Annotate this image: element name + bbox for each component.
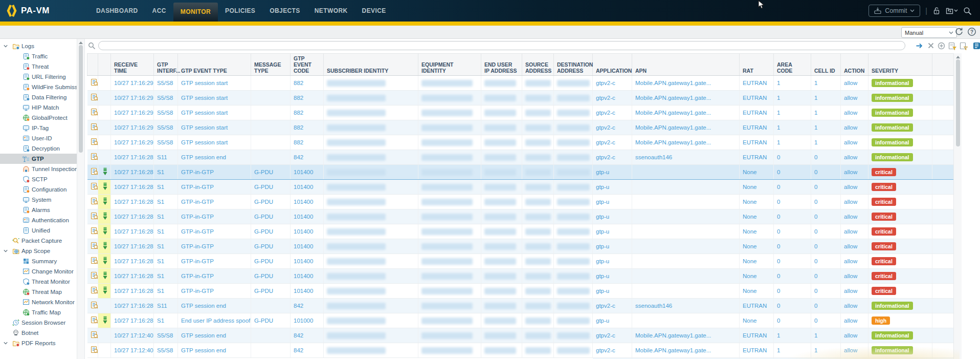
sidebar-item-pdf-reports[interactable]: PDF Reports [0,338,77,348]
log-row[interactable]: 10/27 17:16:29S5/S8GTP session start882g… [87,120,954,135]
sidebar-item-decryption[interactable]: Decryption [0,143,77,154]
sidebar-item-threat-map[interactable]: Threat Map [0,287,77,297]
pcap-cell[interactable] [98,180,111,195]
log-row[interactable]: 10/27 17:16:28S1GTP-in-GTPG-PDU101400gtp… [87,284,954,299]
detail-cell[interactable] [87,209,98,224]
sidebar-item-configuration[interactable]: Configuration [0,184,77,195]
log-detail-icon[interactable] [91,167,98,176]
sidebar-item-ip-tag[interactable]: IP-Tag [0,123,77,133]
log-row[interactable]: 10/27 17:16:28S1End user IP address spoo… [87,313,954,328]
nav-tab-dashboard[interactable]: DASHBOARD [89,0,145,22]
pcap-download-icon[interactable] [101,212,109,220]
log-row[interactable]: 10/27 17:16:28S1GTP-in-GTPG-PDU101400gtp… [87,209,954,224]
nav-tab-network[interactable]: NETWORK [307,0,355,22]
scroll-up-arrow[interactable] [79,41,83,44]
detail-cell[interactable] [87,254,98,269]
log-row[interactable]: 10/27 17:16:29S5/S8GTP session start882g… [87,135,954,150]
sidebar-item-url-filtering[interactable]: URL Filtering [0,72,77,82]
detail-cell[interactable] [87,91,98,105]
log-detail-icon[interactable] [91,93,98,101]
pcap-download-icon[interactable] [101,242,109,250]
tree-expand-icon[interactable] [3,341,8,346]
log-detail-icon[interactable] [91,78,98,87]
detail-cell[interactable] [87,150,98,165]
scroll-thumb[interactable] [79,45,83,153]
log-row[interactable]: 10/27 17:16:28S1GTP-in-GTPG-PDU101400gtp… [87,224,954,239]
sidebar-item-hip-match[interactable]: HIP Match [0,102,77,113]
log-row[interactable]: 10/27 17:12:40S5/S8GTP session end842gtp… [87,328,954,343]
sidebar-item-gtp[interactable]: GTP [0,154,77,164]
column-header-source_address[interactable]: SOURCE ADDRESS [522,54,554,76]
sidebar-item-network-monitor[interactable]: Network Monitor [0,297,77,307]
table-scrollbar[interactable] [953,53,962,359]
refresh-mode-select[interactable]: Manual [901,27,957,38]
column-header-destination_address[interactable]: DESTINATION ADDRESS [554,54,593,76]
detail-cell[interactable] [87,269,98,284]
pcap-download-icon[interactable] [101,227,109,235]
log-detail-icon[interactable] [91,242,98,250]
add-filter-icon[interactable] [938,42,945,52]
apply-filter-icon[interactable] [916,42,924,52]
scroll-thumb[interactable] [956,59,960,146]
pcap-cell[interactable] [98,269,111,284]
log-detail-icon[interactable] [91,316,98,324]
log-detail-icon[interactable] [91,212,98,220]
sidebar-item-tunnel-inspection[interactable]: Tunnel Inspection [0,164,77,174]
pcap-cell[interactable] [98,195,111,209]
column-header-equipment_identity[interactable]: EQUIPMENT IDENTITY [418,54,481,76]
tree-expand-icon[interactable] [3,248,8,254]
sidebar-item-traffic[interactable]: Traffic [0,51,77,61]
sidebar-item-botnet[interactable]: Botnet [0,328,77,338]
log-row[interactable]: 10/27 17:16:28S1GTP-in-GTPG-PDU101400gtp… [87,165,954,180]
column-header-cell_id[interactable]: CELL ID [811,54,841,76]
log-detail-icon[interactable] [91,153,98,161]
log-filter-input[interactable] [98,41,905,50]
sidebar-item-wildfire-submissions[interactable]: WildFire Submissions [0,82,77,92]
sidebar-item-sctp[interactable]: SCTP [0,174,77,184]
sidebar-item-threat-monitor[interactable]: Threat Monitor [0,277,77,287]
log-detail-icon[interactable] [91,301,98,309]
pcap-cell[interactable] [98,224,111,239]
pcap-download-icon[interactable] [101,167,109,176]
pcap-cell[interactable] [98,313,111,328]
log-row[interactable]: 10/27 17:16:28S11GTP session end842gtpv2… [87,150,954,165]
sidebar-item-data-filtering[interactable]: Data Filtering [0,92,77,102]
log-row[interactable]: 10/27 17:16:28S1GTP-in-GTPG-PDU101400gtp… [87,239,954,254]
column-header-application[interactable]: APPLICATION [593,54,632,76]
detail-cell[interactable] [87,76,98,91]
sidebar-item-packet-capture[interactable]: Packet Capture [0,236,77,246]
sidebar-item-summary[interactable]: Summary [0,256,77,266]
detail-cell[interactable] [87,328,98,343]
detail-cell[interactable] [87,299,98,313]
log-detail-icon[interactable] [91,138,98,146]
detail-cell[interactable] [87,343,98,358]
nav-tab-device[interactable]: DEVICE [355,0,393,22]
sidebar-item-app-scope[interactable]: App Scope [0,246,77,256]
pcap-cell[interactable] [98,209,111,224]
detail-cell[interactable] [87,239,98,254]
detail-cell[interactable] [87,120,98,135]
column-header-apn[interactable]: APN [632,54,740,76]
log-detail-icon[interactable] [91,108,98,116]
column-header-action[interactable]: ACTION [841,54,868,76]
column-header-gtp_event_code[interactable]: GTP EVENT CODE [291,54,324,76]
log-row[interactable]: 10/27 17:16:28S1GTP-in-GTPG-PDU101400gtp… [87,195,954,209]
pcap-cell[interactable] [98,284,111,299]
refresh-icon[interactable] [954,27,964,38]
clear-filter-icon[interactable] [927,42,934,51]
sidebar-item-logs[interactable]: Logs [0,41,77,51]
log-detail-icon[interactable] [91,271,98,280]
column-header-message_type[interactable]: MESSAGE TYPE [251,54,291,76]
column-header-gtp_event_type[interactable]: GTP EVENT TYPE [178,54,251,76]
sidebar-item-session-browser[interactable]: Session Browser [0,318,77,328]
log-row[interactable]: 10/27 17:16:28S1GTP-in-GTPG-PDU101400gtp… [87,254,954,269]
pcap-download-icon[interactable] [101,182,109,191]
detail-cell[interactable] [87,105,98,120]
pcap-cell[interactable] [98,165,111,180]
pcap-download-icon[interactable] [101,286,109,294]
sidebar-item-user-id[interactable]: User-ID [0,133,77,143]
sidebar-item-alarms[interactable]: Alarms [0,205,77,215]
pcap-cell[interactable] [98,239,111,254]
log-row[interactable]: 10/27 17:16:28S11GTP session end842gtpv2… [87,299,954,313]
detail-cell[interactable] [87,313,98,328]
